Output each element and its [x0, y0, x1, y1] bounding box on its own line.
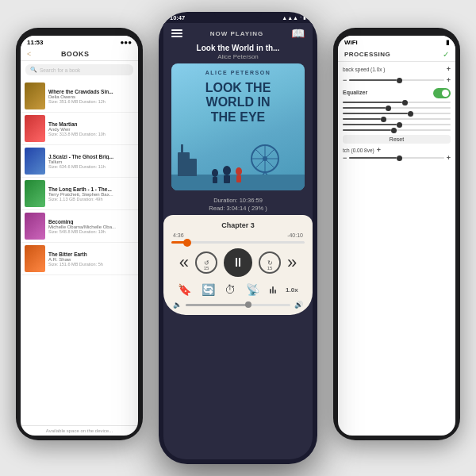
progress-bar-container[interactable]: [163, 241, 313, 244]
play-pause-button[interactable]: ⏸: [224, 248, 252, 277]
list-item[interactable]: Becoming Michelle Obama/Michelle Oba... …: [21, 210, 138, 243]
airplay-button[interactable]: 📡: [246, 283, 259, 296]
equalizer-button[interactable]: [270, 286, 276, 294]
eq-track: [343, 118, 451, 120]
equalizer-row: Equalizer: [343, 88, 451, 98]
timer-button[interactable]: ⏱: [225, 283, 236, 296]
skip-back-button[interactable]: ↺ 15: [195, 251, 217, 274]
notch: [214, 12, 262, 18]
eq-thumb: [391, 128, 397, 133]
book-meta: Size: 1.13 GB Duration: 49h: [48, 197, 134, 202]
center-status-time: 10:47: [170, 14, 185, 21]
book-cover: ALICE PETERSON LOOK THE WORLD IN THE EYE: [171, 63, 305, 190]
plus-icon[interactable]: +: [447, 76, 451, 84]
library-icon[interactable]: 📖: [291, 27, 305, 40]
left-header: < BOOKS: [21, 48, 138, 61]
book-title-main: Look the World in th...: [163, 44, 313, 52]
playback-speed-plus[interactable]: +: [447, 65, 451, 73]
svg-rect-12: [224, 175, 230, 183]
eq-thumb: [397, 122, 402, 128]
right-status-bar: WiFi ▮: [338, 36, 455, 48]
left-back-button[interactable]: <: [27, 50, 31, 58]
playback-speed-row: back speed (1.0x ) +: [343, 65, 451, 73]
volume-thumb: [245, 301, 251, 308]
book-info: The Bitter Earth A.R. Shaw Size: 151.6 M…: [48, 251, 134, 267]
bookmark-button[interactable]: 🔖: [178, 283, 191, 296]
book-thumbnail: [25, 148, 45, 175]
now-playing-label: NOW PLAYING: [210, 30, 264, 37]
rewind-button[interactable]: «: [179, 252, 189, 273]
top-bar: NOW PLAYING 📖: [163, 23, 313, 44]
book-title: Where the Crawdads Sin...: [48, 89, 134, 94]
eq-track: [343, 113, 451, 114]
extra-controls: 🔖 🔄 ⏱ 📡 1.0x: [163, 282, 313, 298]
left-footer: Available space on the device...: [21, 425, 138, 436]
speed-thumb: [397, 78, 402, 83]
skip-forward-button[interactable]: ↻ 15: [259, 251, 281, 274]
volume-high-icon: 🔊: [294, 301, 303, 309]
search-placeholder: Search for a book: [40, 67, 80, 73]
book-meta: Size: 548.8 MB Duration: 19h: [48, 229, 134, 234]
list-item[interactable]: The Martian Andy Weir Size: 313.8 MB Dur…: [21, 113, 138, 145]
signal-icon: ▲▲▲: [282, 15, 298, 21]
playback-speed[interactable]: 1.0x: [286, 286, 298, 294]
search-icon: 🔍: [30, 67, 37, 73]
pitch-label: tch (0.00 8ve): [343, 148, 374, 153]
eq-slider-2[interactable]: [343, 107, 451, 109]
eq-slider-6[interactable]: [343, 129, 451, 131]
eq-fill: [343, 102, 402, 103]
progress-track: [171, 241, 305, 244]
eq-slider-1[interactable]: [343, 102, 451, 103]
equalizer-toggle[interactable]: [433, 88, 451, 98]
volume-control[interactable]: 🔈 🔊: [163, 301, 313, 312]
list-item[interactable]: Where the Crawdads Sin... Delia Owens Si…: [21, 80, 138, 113]
minus-icon[interactable]: −: [343, 76, 347, 84]
pitch-plus[interactable]: +: [377, 146, 381, 154]
scene: 11:53 ●●● < BOOKS 🔍 Search for a book Wh…: [16, 12, 460, 464]
eq-thumb: [402, 100, 408, 106]
fast-forward-button[interactable]: »: [287, 252, 297, 273]
eq-thumb: [381, 117, 386, 122]
cover-title-text: LOOK THE WORLD IN THE EYE: [171, 81, 305, 125]
pitch-row: tch (0.00 8ve) +: [343, 146, 451, 154]
cover-illustration: [171, 135, 305, 190]
player-panel: Chapter 3 4:36 -40:10 « ↺ 15: [163, 215, 313, 315]
center-status-icons: ▲▲▲ ⋅ ▮: [282, 14, 306, 21]
eq-slider-4[interactable]: [343, 118, 451, 120]
time-elapsed: 4:36: [173, 232, 184, 238]
speed-track: [349, 79, 443, 81]
book-thumbnail: [25, 180, 45, 207]
left-search-bar[interactable]: 🔍 Search for a book: [25, 64, 133, 75]
phone-center: 10:47 ▲▲▲ ⋅ ▮ NOW PLAYING 📖 Look the Wor…: [159, 12, 317, 464]
book-title: The Long Earth - 1 - The...: [48, 186, 134, 192]
right-check-icon[interactable]: ✓: [443, 50, 449, 59]
read-label: Read: 3:04:14 ( 29% ): [163, 205, 313, 215]
list-item[interactable]: J.Scalzi - The Ghost Brig... Tallum Size…: [21, 145, 138, 178]
volume-fill: [186, 304, 248, 306]
loop-button[interactable]: 🔄: [202, 283, 215, 296]
book-info: The Martian Andy Weir Size: 313.8 MB Dur…: [48, 121, 134, 136]
reset-button[interactable]: Reset: [343, 135, 451, 144]
phone-left: 11:53 ●●● < BOOKS 🔍 Search for a book Wh…: [16, 28, 143, 440]
eq-fill: [343, 118, 381, 120]
center-screen: NOW PLAYING 📖 Look the World in th... Al…: [163, 23, 313, 459]
playback-speed-slider[interactable]: − +: [343, 76, 451, 84]
pitch-plus-icon[interactable]: +: [447, 154, 451, 162]
eq-slider-3[interactable]: [343, 113, 451, 114]
volume-low-icon: 🔈: [173, 301, 182, 309]
eq-slider-5[interactable]: [343, 124, 451, 125]
list-item[interactable]: The Long Earth - 1 - The... Terry Pratch…: [21, 178, 138, 210]
svg-point-11: [223, 166, 231, 175]
pitch-minus-icon[interactable]: −: [343, 154, 347, 162]
right-screen: WiFi ▮ PROCESSING ✓ back speed (1.0x ) +…: [338, 36, 455, 436]
book-title: The Bitter Earth: [48, 251, 134, 257]
eq-fill: [343, 113, 408, 114]
list-item[interactable]: The Bitter Earth A.R. Shaw Size: 151.6 M…: [21, 243, 138, 275]
time-row: 4:36 -40:10: [163, 232, 313, 238]
eq-fill: [343, 124, 397, 125]
eq-fill: [343, 129, 391, 131]
menu-button[interactable]: [171, 29, 182, 37]
eq-track: [343, 107, 451, 109]
speed-fill: [349, 79, 397, 81]
pitch-slider[interactable]: − +: [343, 154, 451, 162]
